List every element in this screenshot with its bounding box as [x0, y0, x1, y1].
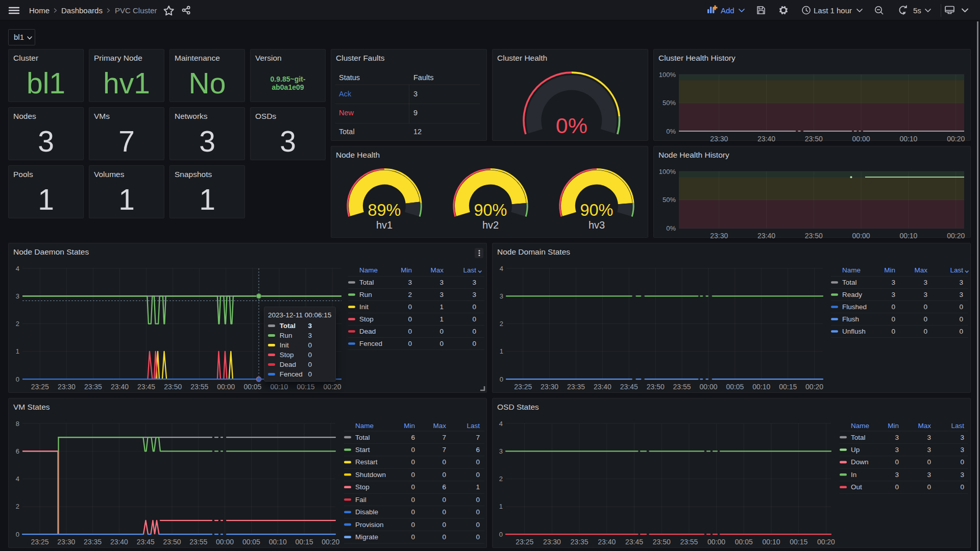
- svg-text:0: 0: [442, 521, 446, 529]
- svg-text:Fenced: Fenced: [359, 340, 382, 347]
- svg-text:00:15: 00:15: [779, 383, 797, 391]
- svg-text:0: 0: [923, 303, 927, 311]
- svg-text:4: 4: [500, 265, 503, 272]
- svg-text:0: 0: [408, 315, 412, 323]
- svg-text:00:00: 00:00: [852, 135, 870, 141]
- svg-text:23:40: 23:40: [757, 135, 775, 141]
- svg-text:Max: Max: [433, 422, 446, 430]
- svg-text:0: 0: [442, 533, 446, 541]
- svg-text:Max: Max: [914, 266, 927, 274]
- svg-text:3: 3: [927, 434, 931, 441]
- svg-text:2: 2: [408, 291, 412, 298]
- svg-text:0: 0: [439, 328, 444, 335]
- svg-text:23:30: 23:30: [543, 538, 561, 546]
- svg-text:0: 0: [408, 340, 412, 347]
- svg-text:3: 3: [439, 279, 444, 286]
- svg-text:00:05: 00:05: [735, 538, 753, 546]
- svg-text:0: 0: [442, 508, 446, 516]
- svg-text:9: 9: [413, 109, 418, 117]
- svg-text:00:10: 00:10: [270, 383, 288, 391]
- svg-text:Min: Min: [884, 266, 895, 274]
- svg-text:3: 3: [472, 291, 476, 298]
- svg-text:23:40: 23:40: [110, 538, 128, 546]
- svg-text:Last 1 hour: Last 1 hour: [814, 6, 852, 15]
- svg-text:0: 0: [923, 328, 927, 335]
- svg-text:0: 0: [960, 458, 964, 466]
- svg-text:3: 3: [960, 434, 964, 441]
- svg-text:23:25: 23:25: [514, 383, 532, 391]
- svg-text:00:20: 00:20: [322, 538, 339, 546]
- svg-text:Min: Min: [888, 422, 899, 430]
- svg-text:Min: Min: [404, 422, 415, 430]
- svg-text:Faults: Faults: [413, 73, 434, 82]
- svg-text:3: 3: [927, 471, 931, 479]
- svg-text:2: 2: [499, 475, 503, 483]
- svg-text:23:25: 23:25: [31, 538, 48, 546]
- svg-text:23:35: 23:35: [84, 538, 102, 546]
- svg-text:0: 0: [442, 496, 446, 504]
- svg-text:0: 0: [411, 496, 415, 504]
- svg-text:2: 2: [16, 320, 19, 328]
- svg-text:0: 0: [476, 533, 480, 541]
- svg-text:0: 0: [476, 496, 480, 504]
- svg-text:0: 0: [472, 340, 476, 347]
- svg-text:Last: Last: [463, 266, 476, 274]
- svg-text:23:40: 23:40: [598, 538, 616, 546]
- svg-text:00:10: 00:10: [752, 383, 770, 391]
- svg-text:Name: Name: [842, 266, 861, 274]
- svg-text:23:50: 23:50: [805, 135, 823, 141]
- svg-text:3: 3: [891, 279, 895, 286]
- svg-text:0%: 0%: [556, 113, 587, 138]
- svg-text:0%: 0%: [666, 224, 676, 232]
- svg-text:Dashboards: Dashboards: [61, 6, 103, 15]
- svg-text:3: 3: [959, 279, 963, 286]
- svg-text:23:45: 23:45: [137, 383, 155, 391]
- svg-text:1: 1: [476, 483, 480, 491]
- svg-text:23:55: 23:55: [680, 538, 698, 546]
- svg-text:0: 0: [476, 471, 480, 479]
- svg-text:Status: Status: [339, 73, 360, 82]
- svg-text:2: 2: [16, 503, 19, 510]
- svg-text:0: 0: [408, 303, 412, 311]
- svg-text:0: 0: [411, 446, 415, 454]
- svg-text:12: 12: [413, 128, 422, 136]
- svg-text:23:40: 23:40: [757, 232, 775, 238]
- svg-text:0: 0: [411, 471, 415, 479]
- svg-text:00:20: 00:20: [947, 232, 965, 238]
- svg-text:0: 0: [960, 483, 964, 491]
- svg-text:23:45: 23:45: [137, 538, 155, 546]
- svg-text:23:55: 23:55: [189, 538, 207, 546]
- svg-text:Stop: Stop: [355, 483, 370, 491]
- svg-text:Disable: Disable: [355, 508, 378, 516]
- svg-text:00:10: 00:10: [899, 232, 917, 238]
- svg-text:0: 0: [411, 483, 415, 491]
- svg-text:Total: Total: [842, 279, 857, 286]
- svg-text:23:40: 23:40: [111, 383, 129, 391]
- svg-text:3: 3: [895, 434, 899, 441]
- svg-text:23:35: 23:35: [567, 383, 585, 391]
- svg-text:3: 3: [923, 291, 927, 298]
- svg-text:Flush: Flush: [842, 315, 859, 323]
- svg-text:3: 3: [16, 292, 19, 300]
- svg-text:hv1: hv1: [376, 219, 393, 231]
- svg-text:Last: Last: [951, 422, 964, 430]
- svg-text:0: 0: [476, 521, 480, 529]
- svg-text:5s: 5s: [913, 6, 921, 15]
- svg-text:PVC Cluster: PVC Cluster: [115, 6, 157, 15]
- svg-text:23:30: 23:30: [58, 383, 76, 391]
- svg-text:23:50: 23:50: [647, 383, 665, 391]
- svg-text:1: 1: [16, 347, 19, 355]
- svg-text:00:15: 00:15: [790, 538, 807, 546]
- svg-text:0: 0: [408, 328, 412, 335]
- svg-text:23:40: 23:40: [594, 383, 611, 391]
- svg-text:0: 0: [16, 375, 19, 383]
- svg-text:Provision: Provision: [355, 521, 384, 529]
- svg-text:Run: Run: [359, 291, 372, 298]
- svg-text:Min: Min: [401, 266, 412, 274]
- svg-text:00:00: 00:00: [699, 383, 717, 391]
- svg-text:3: 3: [960, 446, 964, 454]
- svg-text:00:20: 00:20: [324, 383, 341, 391]
- svg-text:Dead: Dead: [359, 328, 376, 335]
- svg-text:23:30: 23:30: [541, 383, 558, 391]
- svg-text:50%: 50%: [663, 196, 676, 204]
